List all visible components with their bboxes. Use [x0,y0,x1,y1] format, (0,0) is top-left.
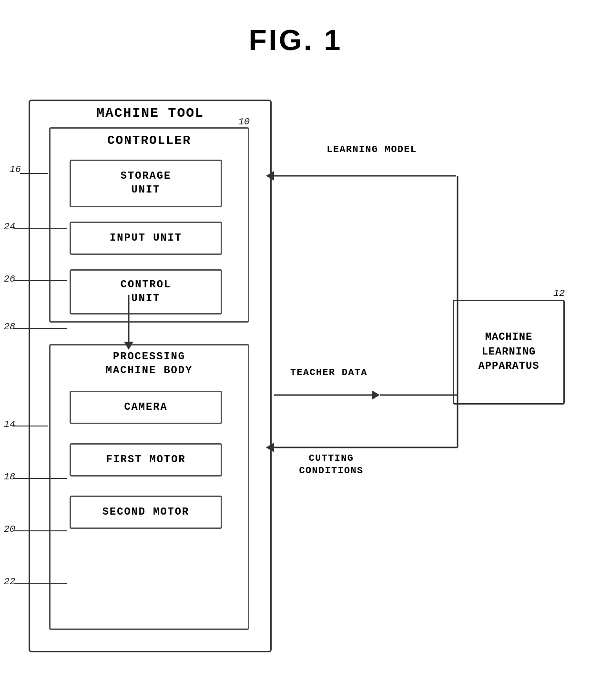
camera-label: CAMERA [124,401,167,415]
teacher-data-label: TEACHER DATA [286,366,372,379]
learning-model-label: LEARNING MODEL [310,143,434,156]
storage-unit-label: STORAGE UNIT [121,170,171,197]
figure-title: FIG. 1 [0,0,591,71]
control-unit-label: CONTROL UNIT [121,278,171,305]
machine-learning-apparatus-box: MACHINE LEARNING APPARATUS [453,300,565,405]
ref-20-label: 20 [4,524,15,535]
svg-marker-14 [372,390,380,400]
mla-label: MACHINE LEARNING APPARATUS [479,330,540,374]
first-motor-label: FIRST MOTOR [106,453,185,467]
machine-tool-label: MACHINE TOOL [30,106,270,121]
ref-12-label: 12 [553,288,565,299]
ref-18-label: 18 [4,471,15,482]
input-unit-label: INPUT UNIT [110,232,182,245]
camera-box: CAMERA [70,391,222,424]
ref-14-label: 14 [4,419,15,430]
ref-24-label: 24 [4,221,15,232]
processing-machine-body-box: PROCESSING MACHINE BODY CAMERA FIRST MOT… [49,344,249,630]
machine-tool-box: MACHINE TOOL CONTROLLER STORAGE UNIT INP… [29,100,272,652]
ref-10-label: 10 [238,116,250,127]
ref-16-label: 16 [10,164,21,175]
diagram-area: MACHINE TOOL CONTROLLER STORAGE UNIT INP… [0,71,591,700]
processing-machine-body-label: PROCESSING MACHINE BODY [51,350,248,377]
input-unit-box: INPUT UNIT [70,222,222,255]
control-unit-box: CONTROL UNIT [70,269,222,314]
storage-unit-box: STORAGE UNIT [70,160,222,207]
ref-26-label: 26 [4,274,15,284]
cutting-conditions-label: CUTTING CONDITIONS [281,452,381,477]
ref-28-label: 28 [4,321,15,332]
page: FIG. 1 MACHINE TOOL CONTROLLER STORAGE U… [0,0,591,700]
ref-22-label: 22 [4,576,15,587]
controller-box: CONTROLLER STORAGE UNIT INPUT UNIT CONTR… [49,127,249,323]
second-motor-label: SECOND MOTOR [102,506,189,519]
first-motor-box: FIRST MOTOR [70,443,222,477]
controller-label: CONTROLLER [51,133,248,148]
second-motor-box: SECOND MOTOR [70,496,222,529]
